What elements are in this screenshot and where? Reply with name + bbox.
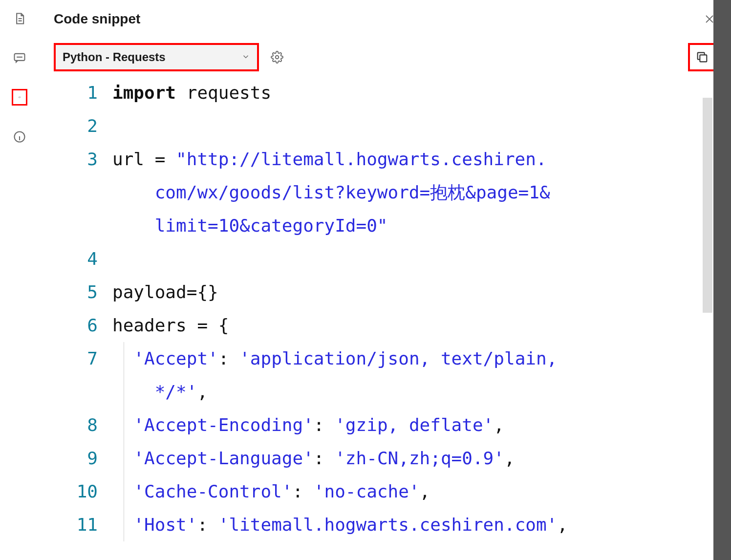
line-number-gutter: 1234567891011	[54, 76, 112, 560]
comment-icon[interactable]	[12, 50, 27, 65]
main-panel: Code snippet Python - Requests 123456789…	[39, 0, 731, 560]
code-content: import requestsurl = "http://litemall.ho…	[112, 76, 731, 560]
panel-title: Code snippet	[54, 11, 140, 27]
code-editor[interactable]: 1234567891011 import requestsurl = "http…	[54, 76, 731, 560]
panel-header: Code snippet	[39, 0, 731, 38]
document-icon[interactable]	[12, 11, 27, 26]
left-rail	[0, 0, 39, 560]
copy-button[interactable]	[688, 43, 716, 71]
info-icon[interactable]	[12, 129, 27, 145]
right-frame-edge	[713, 0, 731, 560]
svg-rect-3	[700, 55, 707, 62]
language-dropdown-label: Python - Requests	[63, 50, 166, 64]
svg-point-2	[276, 56, 279, 59]
gear-icon[interactable]	[270, 50, 284, 65]
chevron-down-icon	[241, 50, 250, 64]
scrollbar-thumb[interactable]	[703, 98, 712, 313]
code-icon[interactable]	[12, 89, 27, 106]
language-dropdown[interactable]: Python - Requests	[54, 43, 259, 71]
toolbar: Python - Requests	[39, 38, 731, 76]
